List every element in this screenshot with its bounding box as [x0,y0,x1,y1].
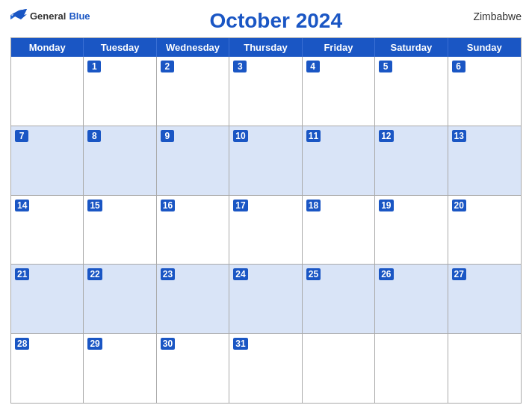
day-number: 2 [161,61,174,72]
day-cell: 22 [84,265,156,333]
calendar-grid: Monday Tuesday Wednesday Thursday Friday… [10,37,522,404]
day-number: 5 [379,61,392,72]
day-cell: 24 [229,265,302,333]
day-cell-empty [375,334,448,403]
day-number: 9 [161,130,174,142]
day-cell: 1 [84,57,156,126]
day-number: 18 [306,200,321,211]
calendar-body: 1 2 3 4 5 6 7 8 9 10 11 12 13 14 15 16 [11,57,521,403]
day-number: 28 [15,338,29,350]
day-number: 25 [306,268,321,280]
country-label: Zimbabwe [462,9,522,22]
day-cell: 2 [157,57,229,126]
day-number: 1 [87,61,101,72]
day-cell: 6 [448,57,521,126]
day-headers-row: Monday Tuesday Wednesday Thursday Friday… [11,38,521,57]
day-number: 4 [306,61,320,72]
day-number: 6 [452,61,466,72]
header-tuesday: Tuesday [84,38,156,57]
day-number: 27 [452,268,466,280]
day-cell: 12 [375,126,448,195]
day-cell: 17 [229,196,302,265]
day-cell: 29 [84,334,156,403]
header-saturday: Saturday [375,38,448,57]
day-number: 13 [452,130,466,142]
week-row-1: 1 2 3 4 5 6 [11,57,521,126]
week-row-3: 14 15 16 17 18 19 20 [11,195,521,265]
week-row-2: 7 8 9 10 11 12 13 [11,126,521,195]
title-area: October 2024 [90,9,462,33]
day-cell: 21 [11,265,84,333]
day-number: 3 [233,61,247,72]
week-row-4: 21 22 23 24 25 26 27 [11,264,521,333]
logo-box: General Blue [10,9,90,22]
day-cell: 30 [157,334,229,403]
day-cell: 3 [229,57,302,126]
day-cell: 18 [303,196,375,265]
day-number: 31 [233,338,247,350]
day-number: 10 [233,130,247,142]
page-header: General Blue October 2024 Zimbabwe [10,9,522,33]
day-cell: 5 [375,57,448,126]
day-cell: 13 [448,126,521,195]
day-cell: 19 [375,196,448,265]
header-thursday: Thursday [229,38,302,57]
logo-area: General Blue [10,9,90,22]
day-cell: 10 [229,126,302,195]
day-cell: 8 [84,126,156,195]
day-number: 8 [87,130,101,142]
day-cell: 31 [229,334,302,403]
day-cell: 23 [157,265,229,333]
day-number: 14 [15,200,29,211]
day-cell: 25 [303,265,375,333]
day-cell: 28 [11,334,84,403]
day-cell: 11 [303,126,375,195]
bird-icon [10,9,27,22]
day-cell-empty [448,334,521,403]
day-cell: 7 [11,126,84,195]
week-row-5: 28 29 30 31 [11,333,521,403]
day-cell: 20 [448,196,521,265]
day-cell: 16 [157,196,229,265]
day-number: 7 [15,130,28,142]
day-cell [11,57,84,126]
day-number: 24 [233,268,247,280]
logo-blue-text: Blue [69,10,90,22]
calendar-page: General Blue October 2024 Zimbabwe Monda… [0,0,532,411]
day-number: 20 [452,200,466,211]
header-wednesday: Wednesday [157,38,229,57]
day-cell: 14 [11,196,84,265]
header-monday: Monday [11,38,84,57]
day-cell: 9 [157,126,229,195]
day-number: 21 [15,268,29,280]
day-number: 15 [87,200,102,211]
calendar-title: October 2024 [90,9,462,33]
day-cell: 26 [375,265,448,333]
header-friday: Friday [303,38,375,57]
day-cell: 4 [303,57,375,126]
day-number: 17 [233,200,247,211]
day-number: 11 [306,130,321,142]
day-cell-empty [303,334,375,403]
day-number: 26 [379,268,393,280]
day-number: 12 [379,130,393,142]
day-number: 29 [87,338,102,350]
day-cell: 27 [448,265,521,333]
day-number: 23 [161,268,175,280]
day-cell: 15 [84,196,156,265]
day-number: 16 [161,200,175,211]
day-number: 19 [379,200,393,211]
day-number: 22 [87,268,102,280]
header-sunday: Sunday [448,38,521,57]
day-number: 30 [161,338,175,350]
logo-general-text: General [30,10,66,22]
